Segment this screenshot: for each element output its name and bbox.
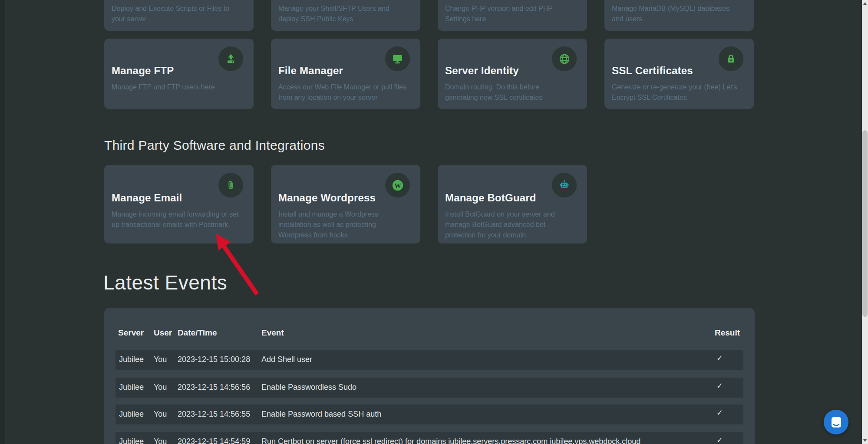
table-row: Jubilee You 2023-12-15 14:56:56 Enable P… xyxy=(116,378,743,398)
column-header-server: Server xyxy=(118,328,144,338)
latest-events-table: Server User Date/Time Event Result Jubil… xyxy=(104,308,755,444)
table-row: Jubilee You 2023-12-15 15:00:28 Add Shel… xyxy=(116,350,743,370)
success-check-icon: ✓ xyxy=(716,435,723,444)
card-file-manager[interactable]: File Manager Access our Web File Manager… xyxy=(271,39,420,109)
cell-event: Run Certbot on server (force ssl redirec… xyxy=(261,437,640,444)
card-title: File Manager xyxy=(278,65,343,77)
success-check-icon: ✓ xyxy=(716,353,723,363)
card-description: Install BotGuard on your server and mana… xyxy=(445,209,574,240)
card-server-identity[interactable]: Server Identity Domain routing. Do this … xyxy=(438,39,587,109)
cell-server: Jubilee xyxy=(119,437,144,444)
table-row: Jubilee You 2023-12-15 14:54:59 Run Cert… xyxy=(116,432,743,444)
card-manage-ftp[interactable]: Manage FTP Manage FTP and FTP users here xyxy=(104,39,254,109)
card-shell-users[interactable]: Manage your Shell/SFTP Users and deploy … xyxy=(271,0,420,31)
card-description: Install and manage a Wordpress installat… xyxy=(278,209,407,240)
cell-datetime: 2023-12-15 14:56:55 xyxy=(178,410,250,419)
cell-user: You xyxy=(154,355,167,364)
table-row: Jubilee You 2023-12-15 14:56:55 Enable P… xyxy=(116,405,743,424)
column-header-datetime: Date/Time xyxy=(178,328,217,338)
paperclip-icon xyxy=(218,173,243,197)
column-header-event: Event xyxy=(261,328,284,338)
card-title: Manage FTP xyxy=(112,65,174,77)
third-party-heading: Third Party Software and Integrations xyxy=(104,138,325,153)
scrollbar-thumb[interactable] xyxy=(862,130,868,317)
card-title: Manage Wordpress xyxy=(278,192,376,204)
card-description: Manage your Shell/SFTP Users and deploy … xyxy=(278,3,409,24)
column-header-result: Result xyxy=(715,328,740,338)
cell-server: Jubilee xyxy=(119,410,144,419)
card-ssl-certificates[interactable]: SSL Certificates Generate or re-generate… xyxy=(604,39,754,109)
card-title: Manage Email xyxy=(112,192,182,204)
card-title: Manage BotGuard xyxy=(445,192,536,204)
cell-datetime: 2023-12-15 14:56:56 xyxy=(178,383,250,392)
globe-icon xyxy=(552,46,577,71)
card-manage-email[interactable]: Manage Email Manage incoming email forwa… xyxy=(104,165,254,243)
cell-server: Jubilee xyxy=(119,355,144,364)
card-title: SSL Certificates xyxy=(612,65,693,77)
wordpress-icon: W xyxy=(385,173,410,197)
card-description: Manage incoming email forwarding or set … xyxy=(112,209,241,230)
card-title: Server Identity xyxy=(445,65,519,77)
success-check-icon: ✓ xyxy=(716,381,723,391)
scroll-down-arrow-icon[interactable] xyxy=(863,439,867,442)
monitor-icon xyxy=(385,46,410,71)
cell-user: You xyxy=(154,437,167,444)
card-mariadb[interactable]: Manage MariaDB (MySQL) databases and use… xyxy=(604,0,754,31)
card-description: Access our Web File Manager or pull file… xyxy=(278,82,407,103)
svg-text:W: W xyxy=(394,182,401,189)
card-description: Generate or re-generate your (free) Let'… xyxy=(612,82,741,103)
cell-event: Enable Password based SSH auth xyxy=(261,410,381,419)
left-edge-strip xyxy=(0,0,5,444)
cell-user: You xyxy=(154,410,167,419)
card-description: Change PHP version and edit PHP Settings… xyxy=(445,3,576,24)
card-description: Manage FTP and FTP users here xyxy=(112,82,241,92)
column-header-user: User xyxy=(154,328,172,338)
chat-launcher-button[interactable] xyxy=(824,410,848,434)
cell-datetime: 2023-12-15 15:00:28 xyxy=(178,355,250,364)
cell-datetime: 2023-12-15 14:54:59 xyxy=(178,437,250,444)
cell-event: Enable Passwordless Sudo xyxy=(261,383,356,392)
card-description: Deploy and Execute Scripts or Files to y… xyxy=(112,3,242,24)
latest-events-heading: Latest Events xyxy=(103,271,227,294)
messenger-icon xyxy=(831,416,842,428)
card-scripts[interactable]: Deploy and Execute Scripts or Files to y… xyxy=(104,0,254,31)
cell-user: You xyxy=(154,383,167,392)
upload-icon xyxy=(218,46,243,71)
dashboard-page: Deploy and Execute Scripts or Files to y… xyxy=(0,0,868,444)
robot-icon xyxy=(552,173,577,197)
card-manage-wordpress[interactable]: W Manage Wordpress Install and manage a … xyxy=(271,165,420,243)
card-manage-botguard[interactable]: Manage BotGuard Install BotGuard on your… xyxy=(438,165,587,243)
cell-server: Jubilee xyxy=(119,383,144,392)
scroll-up-arrow-icon[interactable] xyxy=(863,2,867,5)
card-description: Domain routing. Do this before generatin… xyxy=(445,82,574,103)
lock-icon xyxy=(719,46,743,71)
vertical-scrollbar[interactable] xyxy=(862,0,868,444)
cell-event: Add Shell user xyxy=(261,355,312,364)
card-php-settings[interactable]: Change PHP version and edit PHP Settings… xyxy=(438,0,587,31)
card-description: Manage MariaDB (MySQL) databases and use… xyxy=(612,3,743,24)
success-check-icon: ✓ xyxy=(716,408,723,418)
